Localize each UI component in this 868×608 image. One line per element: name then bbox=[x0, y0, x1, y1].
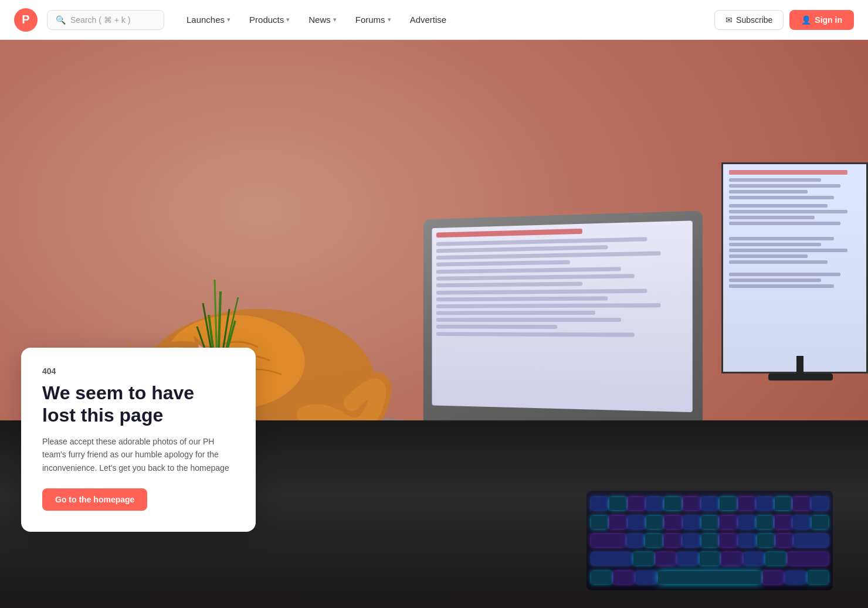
go-to-homepage-button[interactable]: Go to the homepage bbox=[42, 488, 147, 511]
nav-news[interactable]: News ▾ bbox=[300, 10, 345, 29]
nav-forums-label: Forums bbox=[355, 15, 385, 25]
subscribe-label: Subscribe bbox=[736, 15, 772, 25]
search-placeholder: Search ( ⌘ + k ) bbox=[70, 15, 130, 25]
nav-products-label: Products bbox=[249, 15, 284, 25]
signin-icon: 👤 bbox=[801, 15, 811, 25]
laptop-screen bbox=[432, 220, 693, 412]
nav-products[interactable]: Products ▾ bbox=[241, 10, 298, 29]
nav-launches-label: Launches bbox=[187, 15, 225, 25]
brand-logo[interactable]: P bbox=[14, 8, 38, 32]
nav-forums[interactable]: Forums ▾ bbox=[347, 10, 399, 29]
error-title-line1: We seem to have bbox=[42, 382, 194, 403]
subscribe-button[interactable]: ✉ Subscribe bbox=[714, 10, 784, 30]
laptop bbox=[423, 210, 703, 431]
chevron-down-icon: ▾ bbox=[333, 16, 337, 23]
error-title: We seem to have lost this page bbox=[42, 382, 235, 427]
go-to-homepage-label: Go to the homepage bbox=[55, 495, 134, 504]
error-card: 404 We seem to have lost this page Pleas… bbox=[21, 348, 256, 532]
monitor-right bbox=[721, 162, 868, 373]
nav-links: Launches ▾ Products ▾ News ▾ Forums ▾ Ad… bbox=[178, 10, 455, 29]
chevron-down-icon: ▾ bbox=[388, 16, 391, 23]
search-box[interactable]: 🔍 Search ( ⌘ + k ) bbox=[47, 10, 164, 30]
error-description: Please accept these adorable photos of o… bbox=[42, 435, 235, 474]
logo-letter: P bbox=[22, 13, 29, 26]
nav-advertise-label: Advertise bbox=[410, 15, 447, 25]
navbar: P 🔍 Search ( ⌘ + k ) Launches ▾ Products… bbox=[0, 0, 868, 40]
error-title-line2: lost this page bbox=[42, 405, 163, 426]
error-code: 404 bbox=[42, 366, 235, 376]
nav-launches[interactable]: Launches ▾ bbox=[178, 10, 239, 29]
search-icon: 🔍 bbox=[56, 15, 66, 25]
nav-advertise[interactable]: Advertise bbox=[402, 10, 455, 29]
monitor-right-screen bbox=[723, 164, 866, 372]
chevron-down-icon: ▾ bbox=[227, 16, 230, 23]
laptop-screen-content bbox=[432, 220, 693, 345]
subscribe-icon: ✉ bbox=[725, 15, 733, 25]
signin-label: Sign in bbox=[815, 15, 842, 25]
monitor-base bbox=[768, 373, 833, 381]
nav-news-label: News bbox=[308, 15, 331, 25]
signin-button[interactable]: 👤 Sign in bbox=[789, 10, 854, 30]
chevron-down-icon: ▾ bbox=[286, 16, 290, 23]
keyboard bbox=[586, 491, 833, 590]
